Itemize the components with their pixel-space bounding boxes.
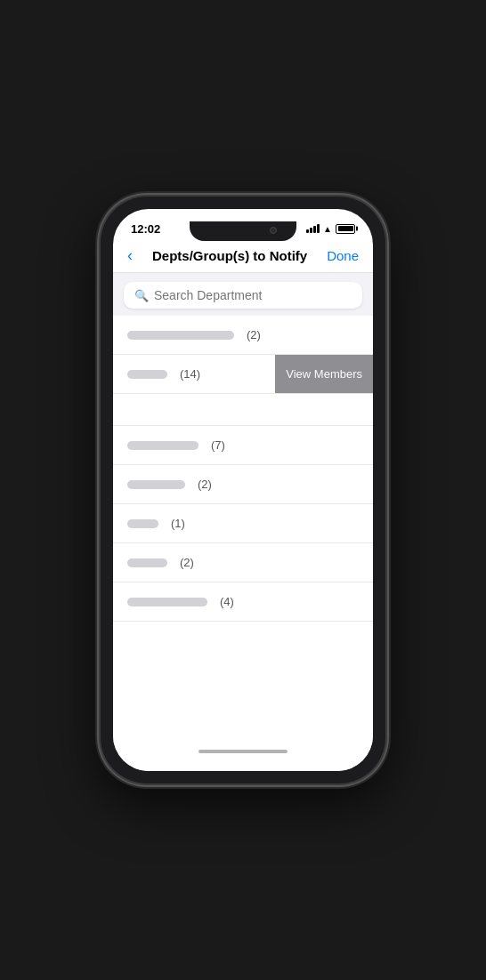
wifi-icon: ▲ [323, 224, 332, 234]
view-members-button[interactable]: View Members [275, 355, 373, 393]
status-time: 12:02 [131, 222, 160, 236]
department-name-placeholder [127, 331, 234, 340]
list-item[interactable]: (4) [113, 582, 373, 622]
department-name-placeholder [127, 598, 207, 606]
list-item[interactable]: (2) [113, 465, 373, 504]
member-count: (14) [180, 367, 200, 381]
department-name-placeholder [127, 441, 198, 450]
member-count: (2) [180, 556, 194, 569]
list-item-empty [113, 394, 373, 426]
department-name-placeholder [127, 519, 158, 528]
list-item-content: (2) [127, 478, 359, 491]
phone-shell: 12:02 ▲ ‹ Depts/Group(s) to Notify Done [101, 197, 385, 783]
notch [190, 221, 296, 241]
department-name-placeholder [127, 558, 167, 567]
list-item-content: (4) [127, 595, 359, 608]
search-bar[interactable]: 🔍 [124, 282, 362, 309]
search-icon: 🔍 [134, 289, 149, 302]
department-list: (2) (14) View Members (7) [113, 316, 373, 771]
list-item-content: (7) [127, 438, 359, 452]
done-button[interactable]: Done [327, 248, 359, 263]
signal-icon [306, 224, 320, 233]
search-input[interactable] [154, 288, 352, 302]
list-item-content: (2) [127, 556, 359, 569]
list-item[interactable]: (7) [113, 426, 373, 465]
list-item-content: (2) [127, 328, 359, 341]
list-item[interactable]: (14) View Members [113, 355, 373, 394]
phone-screen: 12:02 ▲ ‹ Depts/Group(s) to Notify Done [113, 209, 373, 771]
member-count: (7) [211, 438, 225, 452]
camera-dot [270, 227, 277, 234]
list-item[interactable]: (1) [113, 504, 373, 543]
page-title: Depts/Group(s) to Notify [133, 248, 327, 263]
member-count: (4) [220, 595, 234, 608]
status-icons: ▲ [306, 224, 355, 234]
list-item[interactable]: (2) [113, 316, 373, 355]
department-name-placeholder [127, 370, 167, 379]
navigation-bar: ‹ Depts/Group(s) to Notify Done [113, 243, 373, 273]
battery-icon [336, 224, 355, 234]
member-count: (2) [198, 478, 212, 491]
home-indicator [198, 750, 288, 753]
search-container: 🔍 [113, 273, 373, 316]
list-item-content: (1) [127, 517, 359, 530]
department-name-placeholder [127, 480, 185, 489]
member-count: (2) [247, 328, 261, 341]
list-item[interactable]: (2) [113, 543, 373, 582]
member-count: (1) [171, 517, 185, 530]
